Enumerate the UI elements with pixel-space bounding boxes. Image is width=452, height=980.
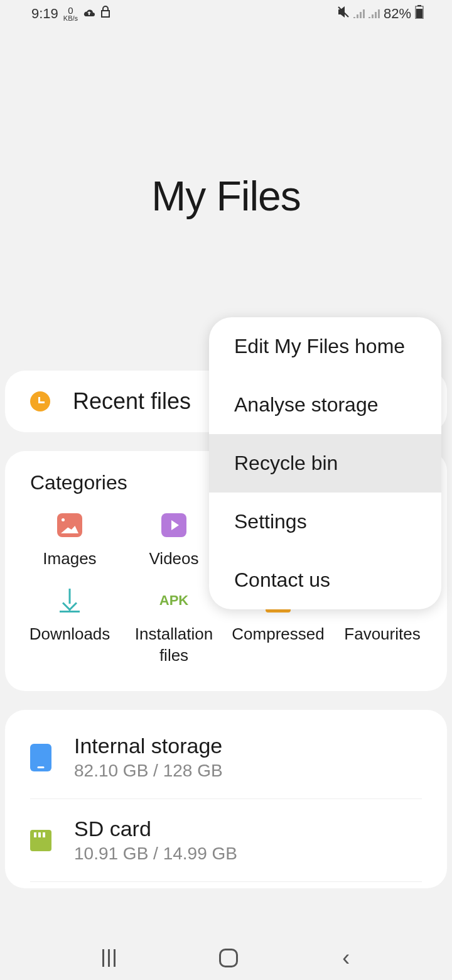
category-label: Videos	[149, 548, 198, 570]
storage-size: 10.91 GB / 14.99 GB	[74, 844, 422, 864]
status-right: 82%	[337, 5, 424, 23]
status-bar: 9:19 0 KB/s 82%	[0, 0, 452, 28]
category-label: Favourites	[344, 624, 420, 645]
images-icon	[57, 513, 82, 537]
category-installation-files[interactable]: APK Installation files	[122, 589, 226, 667]
storage-name: Internal storage	[74, 734, 422, 758]
overflow-menu: Edit My Files home Analyse storage Recyc…	[209, 317, 441, 609]
page-title: My Files	[0, 172, 452, 220]
navigation-bar: ‹	[0, 936, 452, 980]
storage-size: 82.10 GB / 128 GB	[74, 761, 422, 781]
lock-icon	[100, 6, 110, 22]
status-left: 9:19 0 KB/s	[31, 6, 110, 22]
nav-back-button[interactable]: ‹	[342, 945, 350, 971]
cloud-icon	[83, 6, 95, 22]
recent-files-label: Recent files	[73, 388, 191, 415]
videos-icon	[161, 513, 186, 537]
category-images[interactable]: Images	[18, 513, 122, 570]
storage-card: Internal storage 82.10 GB / 128 GB SD ca…	[5, 710, 447, 888]
battery-icon	[415, 5, 424, 23]
category-label: Images	[43, 548, 96, 570]
category-label: Downloads	[30, 624, 110, 645]
mute-icon	[337, 6, 350, 22]
menu-edit-home[interactable]: Edit My Files home	[209, 317, 441, 376]
category-downloads[interactable]: Downloads	[18, 589, 122, 667]
menu-analyse-storage[interactable]: Analyse storage	[209, 376, 441, 434]
category-label: Installation files	[122, 624, 226, 667]
internal-storage-icon	[30, 744, 51, 771]
apk-icon: APK	[161, 589, 186, 612]
status-time: 9:19	[31, 6, 58, 22]
network-speed-indicator: 0 KB/s	[63, 6, 78, 22]
menu-contact-us[interactable]: Contact us	[209, 551, 441, 609]
category-label: Compressed	[232, 624, 324, 645]
sd-card-icon	[30, 830, 51, 851]
battery-percent: 82%	[384, 6, 411, 22]
clock-icon	[30, 391, 50, 411]
nav-recents-button[interactable]	[102, 949, 116, 967]
svg-rect-2	[416, 9, 422, 18]
menu-recycle-bin[interactable]: Recycle bin	[209, 434, 441, 493]
signal-icon-1	[353, 6, 365, 22]
storage-sd-card[interactable]: SD card 10.91 GB / 14.99 GB	[30, 799, 422, 882]
menu-settings[interactable]: Settings	[209, 493, 441, 551]
downloads-icon	[57, 589, 82, 612]
storage-internal[interactable]: Internal storage 82.10 GB / 128 GB	[30, 716, 422, 799]
nav-home-button[interactable]	[219, 949, 238, 967]
storage-name: SD card	[74, 817, 422, 841]
signal-icon-2	[369, 6, 380, 22]
